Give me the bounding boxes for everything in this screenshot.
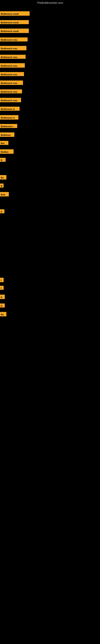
bar-label-21: Bott xyxy=(0,192,9,196)
bar-label-16: Bot xyxy=(0,141,8,145)
bar-label-15: Bottlenec xyxy=(0,132,14,137)
bar-label-8: Bottleneck resu xyxy=(0,72,24,76)
bar-row-4: Bottleneck resu xyxy=(0,38,28,42)
bar-row-6: Bottleneck resu xyxy=(0,55,26,59)
bar-label-17: Bottlen xyxy=(0,149,14,154)
bar-row-24: I xyxy=(0,286,3,290)
bar-row-13: Bottleneck re xyxy=(0,115,18,120)
bar-label-7: Bottleneck resu xyxy=(0,63,25,68)
bar-row-3: Bottleneck result xyxy=(0,28,29,33)
site-title: TheBottlenecker.com xyxy=(0,0,100,6)
bar-label-13: Bottleneck re xyxy=(0,115,18,120)
bar-label-2: Bottleneck result xyxy=(0,20,29,24)
bar-row-12: Bottleneck re xyxy=(0,107,20,111)
bar-label-25: E xyxy=(0,295,5,299)
bar-label-26: E xyxy=(0,304,5,308)
bar-label-3: Bottleneck result xyxy=(0,28,29,33)
bar-label-23: I xyxy=(0,278,3,282)
bar-row-9: Bottleneck resu xyxy=(0,80,23,85)
bar-row-19: Bo xyxy=(0,175,6,180)
bar-label-18: B xyxy=(0,158,6,162)
bar-row-16: Bot xyxy=(0,141,8,145)
bar-label-24: I xyxy=(0,286,3,290)
bar-label-9: Bottleneck resu xyxy=(0,80,23,85)
bar-label-27: Bo xyxy=(0,312,6,316)
bar-row-23: I xyxy=(0,278,3,282)
bar-label-14: Bottleneck r xyxy=(0,124,17,128)
bar-row-8: Bottleneck resu xyxy=(0,72,24,76)
bar-row-14: Bottleneck r xyxy=(0,124,17,128)
bar-row-5: Bottleneck resu xyxy=(0,46,26,50)
bar-label-1: Bottleneck result xyxy=(0,11,30,16)
bar-row-15: Bottlenec xyxy=(0,132,14,137)
bar-row-2: Bottleneck result xyxy=(0,20,29,24)
bar-row-26: E xyxy=(0,304,5,308)
bar-row-25: E xyxy=(0,295,5,299)
bar-label-12: Bottleneck re xyxy=(0,107,20,111)
bar-row-27: Bo xyxy=(0,312,6,316)
bar-row-22: E xyxy=(0,209,4,213)
bar-row-20: B xyxy=(0,184,3,188)
bar-label-11: Bottleneck resu xyxy=(0,98,21,102)
bar-row-1: Bottleneck result xyxy=(0,11,30,16)
bar-row-11: Bottleneck resu xyxy=(0,98,21,102)
bar-row-17: Bottlen xyxy=(0,149,14,154)
bar-label-5: Bottleneck resu xyxy=(0,46,26,50)
bar-label-10: Bottleneck resu xyxy=(0,89,22,94)
bar-label-22: E xyxy=(0,209,4,213)
bar-label-6: Bottleneck resu xyxy=(0,55,26,59)
bar-label-19: Bo xyxy=(0,175,6,180)
bar-row-21: Bott xyxy=(0,192,9,196)
bar-row-18: B xyxy=(0,158,6,162)
bar-label-4: Bottleneck resu xyxy=(0,38,28,42)
bar-label-20: B xyxy=(0,184,3,188)
bar-row-7: Bottleneck resu xyxy=(0,63,25,68)
bar-row-10: Bottleneck resu xyxy=(0,89,22,94)
